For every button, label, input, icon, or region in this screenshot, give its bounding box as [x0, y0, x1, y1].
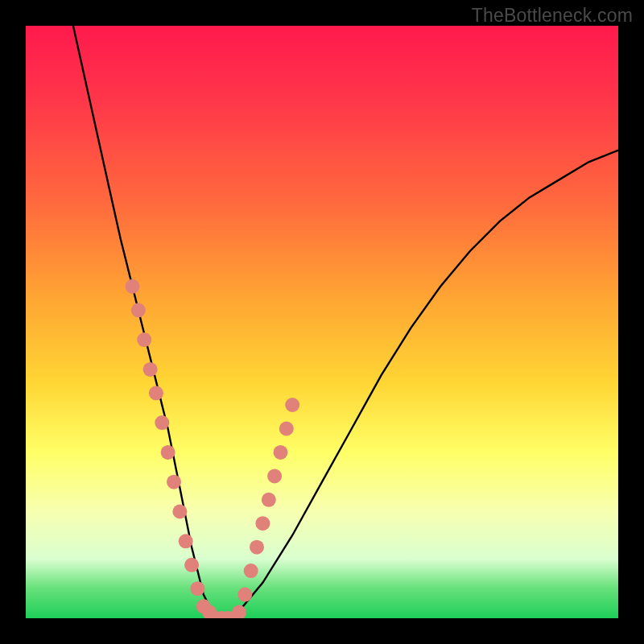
- highlight-dot: [237, 588, 252, 602]
- highlight-dot: [137, 332, 151, 347]
- highlight-dot: [143, 362, 158, 377]
- highlight-dot: [250, 540, 264, 555]
- highlight-dot: [161, 445, 175, 460]
- highlight-dot: [279, 422, 294, 436]
- highlight-dot: [190, 581, 204, 596]
- highlight-dot: [149, 386, 163, 400]
- highlight-dot: [131, 303, 146, 317]
- highlight-dot: [172, 505, 187, 519]
- highlight-dot: [184, 558, 199, 572]
- chart-svg: [26, 26, 618, 618]
- highlight-dot: [262, 493, 276, 507]
- highlight-dot: [274, 445, 288, 460]
- highlight-dot: [126, 279, 140, 294]
- highlight-dot: [179, 534, 193, 548]
- highlight-dot: [267, 469, 282, 483]
- chart-frame: TheBottleneck.com: [0, 0, 644, 644]
- bottleneck-curve: [73, 26, 618, 618]
- highlight-dot: [285, 398, 299, 412]
- highlight-dot: [155, 415, 169, 430]
- chart-plot-area: [26, 26, 618, 618]
- watermark-text: TheBottleneck.com: [472, 5, 633, 27]
- highlight-dots: [126, 279, 300, 618]
- highlight-dot: [255, 516, 270, 530]
- highlight-dot: [232, 605, 246, 618]
- highlight-dot: [167, 475, 181, 489]
- highlight-dot: [244, 564, 258, 578]
